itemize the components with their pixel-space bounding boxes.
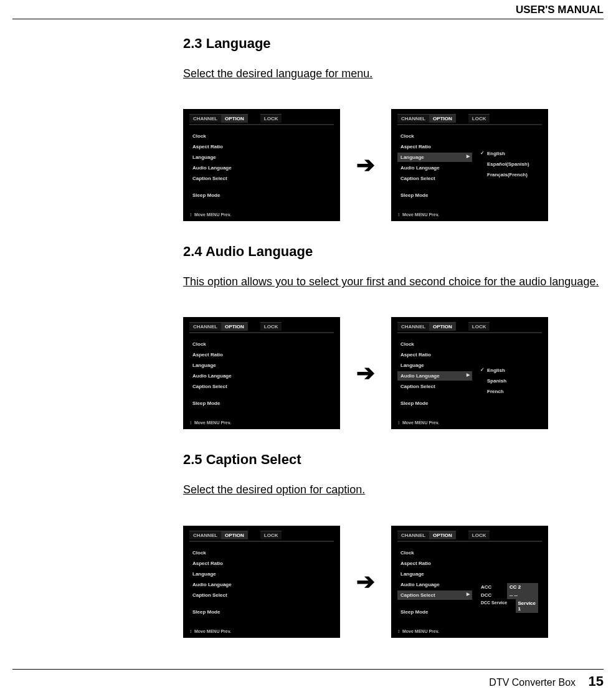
menu-item-audio: Audio Language bbox=[189, 163, 264, 173]
figure-row-caption: CHANNEL OPTION LOCK Clock Aspect Ratio L… bbox=[183, 526, 604, 638]
caption-dccservice-row: DCC Service Service 1 bbox=[478, 599, 538, 613]
menu-item-language-selected: Language bbox=[397, 153, 472, 162]
tv-screenshot-option-menu-2: CHANNEL OPTION LOCK Clock Aspect Ratio L… bbox=[183, 317, 340, 429]
section-desc-language: Select the desired language for menu. bbox=[183, 63, 604, 84]
tv-screenshot-language-submenu: CHANNEL OPTION LOCK Clock Aspect Ratio L… bbox=[391, 109, 548, 221]
lang-option-french: Français(French) bbox=[478, 170, 538, 179]
tab-lock: LOCK bbox=[260, 114, 282, 123]
section-heading-caption: 2.5 Caption Select bbox=[183, 452, 604, 468]
arrow-icon: ➔ bbox=[356, 154, 375, 176]
tv-nav-hint: Move MENU Prev. bbox=[189, 212, 231, 217]
arrow-icon: ➔ bbox=[356, 362, 375, 384]
menu-item-sleep: Sleep Mode bbox=[189, 191, 264, 200]
audio-option-english: English bbox=[478, 366, 538, 375]
caption-acc-row: ACC CC 2 bbox=[478, 583, 538, 591]
content-column: 2.3 Language Select the desired language… bbox=[183, 19, 604, 638]
audio-option-spanish: Spanish bbox=[478, 376, 538, 386]
tv-screenshot-audio-submenu: CHANNEL OPTION LOCK Clock Aspect Ratio L… bbox=[391, 317, 548, 429]
tv-screenshot-option-menu: CHANNEL OPTION LOCK Clock Aspect Ratio L… bbox=[183, 109, 340, 221]
menu-item-clock: Clock bbox=[189, 131, 264, 141]
caption-submenu: ACC CC 2 DCC -- -- DCC Service Service 1 bbox=[478, 548, 538, 618]
audio-submenu: English Spanish French bbox=[478, 339, 538, 409]
rule-bottom bbox=[12, 669, 604, 670]
menu-item-aspect: Aspect Ratio bbox=[189, 142, 264, 151]
option-menu-list: Clock Aspect Ratio Language Audio Langua… bbox=[189, 131, 264, 201]
tv-screenshot-option-menu-3: CHANNEL OPTION LOCK Clock Aspect Ratio L… bbox=[183, 526, 340, 638]
figure-row-audio: CHANNEL OPTION LOCK Clock Aspect Ratio L… bbox=[183, 317, 604, 429]
section-heading-audio: 2.4 Audio Language bbox=[183, 244, 604, 260]
section-heading-language: 2.3 Language bbox=[183, 36, 604, 52]
language-submenu: English Español(Spanish) Français(French… bbox=[478, 131, 538, 201]
arrow-icon: ➔ bbox=[356, 571, 375, 593]
menu-item-language: Language bbox=[189, 153, 264, 162]
tv-screenshot-caption-submenu: CHANNEL OPTION LOCK Clock Aspect Ratio L… bbox=[391, 526, 548, 638]
menu-item-caption-selected: Caption Select bbox=[397, 590, 472, 600]
footer-page-number: 15 bbox=[589, 673, 604, 689]
audio-option-french: French bbox=[478, 387, 538, 396]
lang-option-spanish: Español(Spanish) bbox=[478, 159, 538, 169]
page-footer: DTV Converter Box 15 bbox=[489, 673, 604, 690]
section-desc-caption: Select the desired option for caption. bbox=[183, 479, 604, 500]
section-desc-audio: This option allows you to select your fi… bbox=[183, 271, 604, 292]
lang-option-english: English bbox=[478, 149, 538, 158]
page-header: USER'S MANUAL bbox=[12, 0, 604, 16]
tab-option: OPTION bbox=[221, 114, 248, 123]
menu-item-audio-selected: Audio Language bbox=[397, 371, 472, 381]
tab-channel: CHANNEL bbox=[189, 114, 221, 123]
caption-dcc-row: DCC -- -- bbox=[478, 591, 538, 599]
menu-item-caption: Caption Select bbox=[189, 174, 264, 183]
footer-product: DTV Converter Box bbox=[489, 677, 576, 688]
figure-row-language: CHANNEL OPTION LOCK Clock Aspect Ratio L… bbox=[183, 109, 604, 221]
